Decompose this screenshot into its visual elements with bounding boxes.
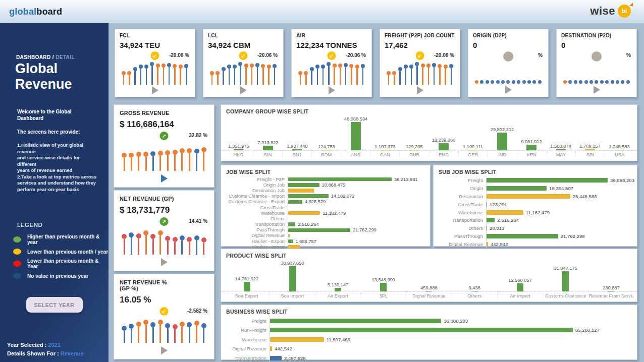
lollipop-dot	[255, 63, 259, 67]
lollipop-dot	[244, 64, 248, 68]
bar[interactable]	[380, 283, 387, 291]
lollipop-point	[486, 63, 489, 84]
bar[interactable]	[409, 150, 419, 150]
bar[interactable]	[270, 319, 441, 323]
play-button[interactable]	[329, 86, 335, 94]
lollipop-point	[179, 62, 183, 84]
bar[interactable]	[263, 146, 273, 150]
bar[interactable]	[497, 133, 507, 150]
lollipop-dot	[344, 63, 348, 67]
bar[interactable]	[270, 356, 282, 360]
bar-slot: 129,395	[400, 144, 429, 150]
play-button[interactable]	[161, 258, 168, 266]
bar[interactable]	[288, 194, 329, 198]
bar[interactable]	[335, 288, 341, 291]
bar[interactable]	[288, 239, 293, 244]
play-button[interactable]	[161, 346, 168, 354]
bar[interactable]	[425, 291, 432, 291]
bar[interactable]	[614, 150, 624, 150]
bar[interactable]	[471, 291, 478, 291]
lollipop-point	[616, 63, 619, 84]
bar[interactable]	[487, 210, 523, 215]
bar[interactable]	[288, 234, 290, 238]
bar-value-label: 14,761,922	[235, 276, 259, 281]
bar[interactable]	[380, 150, 390, 150]
bar[interactable]	[288, 200, 302, 204]
bar-value-label: 1,583,874	[550, 144, 571, 149]
panel-title: BUSINESS WISE SPLIT	[221, 305, 637, 316]
bar-value-label: 13,548,999	[372, 277, 396, 282]
lollipop-dot	[122, 71, 126, 75]
play-button[interactable]	[152, 86, 158, 94]
lollipop-point	[387, 62, 391, 84]
bar-row: Destination Job	[225, 188, 426, 193]
lollipop-stick	[305, 75, 307, 85]
lollipop-point	[426, 62, 431, 84]
lollipop-point	[165, 229, 170, 255]
bar[interactable]	[288, 211, 320, 215]
bar[interactable]	[526, 145, 536, 150]
card-value: 17,462	[385, 41, 455, 49]
play-button[interactable]	[161, 174, 168, 183]
card-title: AIR	[296, 33, 367, 38]
play-button[interactable]	[417, 86, 423, 94]
lollipop-point	[227, 62, 231, 84]
bar-row: Non-Freight65,260,127	[225, 326, 633, 335]
bar[interactable]	[289, 266, 296, 291]
bar[interactable]	[270, 337, 324, 342]
bar[interactable]	[288, 228, 350, 232]
bar[interactable]	[468, 150, 478, 150]
bar-track: 11,182,479	[288, 210, 426, 216]
bi-badge-text: bi	[622, 8, 627, 15]
lollipop-dot	[143, 152, 148, 157]
trend-down-icon: ↙	[416, 51, 424, 60]
bar[interactable]	[487, 202, 487, 207]
bar[interactable]	[487, 234, 558, 238]
bar-row: Customs Clearnce - Export4,925,529	[225, 199, 426, 205]
bar[interactable]	[321, 150, 332, 150]
bar[interactable]	[288, 177, 392, 182]
lollipop-dot	[538, 80, 542, 84]
bar[interactable]	[517, 283, 523, 291]
bar[interactable]	[270, 346, 272, 351]
bar[interactable]	[487, 242, 488, 247]
bar[interactable]	[288, 222, 295, 226]
lollipop-dot	[158, 151, 163, 156]
lollipop-dot	[187, 322, 192, 327]
category-label: Others	[452, 292, 498, 298]
bar[interactable]	[487, 186, 547, 191]
breadcrumb-detail[interactable]: DETAIL	[56, 54, 75, 60]
year-selected-label: Year Selected :	[7, 342, 48, 348]
bar[interactable]	[487, 194, 570, 199]
play-button[interactable]	[240, 86, 247, 94]
lollipop-dot	[444, 65, 448, 69]
bar[interactable]	[487, 178, 608, 183]
lollipop-stick	[416, 66, 418, 84]
bar[interactable]	[556, 149, 566, 150]
lollipop-dot	[517, 80, 520, 84]
bar[interactable]	[608, 291, 614, 291]
select-year-button[interactable]: SELECT YEAR	[26, 297, 83, 313]
change-percent: -20.06 %	[434, 52, 454, 58]
breadcrumb-dashboard[interactable]: DASHBOARD /	[16, 54, 56, 60]
bar[interactable]	[439, 143, 449, 150]
play-button[interactable]	[594, 86, 600, 94]
play-button[interactable]	[505, 86, 512, 94]
bar[interactable]	[234, 149, 244, 150]
bar[interactable]	[487, 226, 487, 230]
bar-slot: 9,061,012	[517, 139, 546, 150]
lollipop-dot	[136, 322, 141, 327]
bar[interactable]	[292, 149, 302, 150]
bar[interactable]	[244, 282, 250, 291]
bar[interactable]	[562, 271, 569, 291]
bar[interactable]	[351, 122, 361, 150]
panel-title: SUB JOB WISE SPLIT	[434, 165, 637, 176]
bar[interactable]	[288, 189, 314, 193]
bar[interactable]	[585, 149, 595, 150]
bar-value-label: 11,597,463	[327, 337, 350, 342]
bar[interactable]	[487, 218, 495, 222]
row-label: Haulier - Export	[225, 239, 288, 244]
bar[interactable]	[270, 328, 573, 332]
bar[interactable]	[288, 183, 319, 187]
bar-value-label: 65,260,127	[575, 327, 600, 333]
